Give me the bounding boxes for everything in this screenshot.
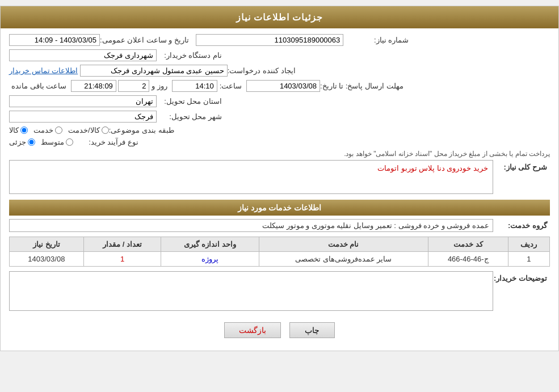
table-head: ردیف کد خدمت نام خدمت واحد اندازه گیری ت… bbox=[10, 237, 550, 252]
need-number-row: شماره نیاز: تاریخ و ساعت اعلان عمومی: bbox=[9, 34, 550, 46]
comments-label: توضیحات خریدار: bbox=[493, 271, 550, 283]
category-kala-label: کالا bbox=[9, 126, 19, 134]
creator-row: ایجاد کننده درخواست: اطلاعات تماس خریدار bbox=[9, 65, 550, 77]
deadline-remaining-label: ساعت باقی مانده bbox=[9, 82, 69, 90]
deadline-days-label: روز و bbox=[149, 82, 170, 90]
cell-date: 1403/03/08 bbox=[10, 252, 84, 267]
page-header: جزئیات اطلاعات نیاز bbox=[1, 6, 558, 28]
process-mottavaset-option[interactable]: متوسط bbox=[41, 138, 73, 146]
cell-unit: پروژه bbox=[161, 252, 259, 267]
col-date: تاریخ نیاز bbox=[10, 237, 84, 252]
province-label: استان محل تحویل: bbox=[157, 97, 225, 106]
deadline-label: مهلت ارسال پاسخ: تا تاریخ: bbox=[320, 82, 406, 90]
col-name: نام خدمت bbox=[259, 237, 428, 252]
table-body: 1 ج-46-46-466 سایر عمده‌فروشی‌های تخصصی … bbox=[10, 252, 550, 267]
print-button[interactable]: چاپ bbox=[289, 322, 335, 338]
process-row: نوع فرآیند خرید: متوسط جزئی bbox=[9, 138, 550, 146]
button-row: چاپ بازگشت bbox=[9, 315, 550, 345]
buyer-org-label: نام دستگاه خریدار: bbox=[157, 51, 225, 60]
process-mottavaset-radio[interactable] bbox=[66, 138, 73, 146]
description-value: خرید خودروی دنا پلاس توربو اتومات bbox=[377, 164, 488, 172]
category-kala-khadamat-radio[interactable] bbox=[102, 127, 109, 134]
comments-row: توضیحات خریدار: bbox=[9, 271, 550, 311]
description-label: شرح کلی نیاز: bbox=[493, 160, 550, 171]
page-wrapper: جزئیات اطلاعات نیاز شماره نیاز: تاریخ و … bbox=[0, 6, 559, 351]
service-group-value: عمده فروشی و خرده فروشی : تعمیر وسایل نق… bbox=[9, 219, 493, 232]
cell-code: ج-46-46-466 bbox=[428, 252, 508, 267]
service-section-title: اطلاعات خدمات مورد نیاز bbox=[9, 200, 550, 216]
services-table: ردیف کد خدمت نام خدمت واحد اندازه گیری ت… bbox=[9, 237, 550, 267]
col-code: کد خدمت bbox=[428, 237, 508, 252]
description-row: شرح کلی نیاز: خرید خودروی دنا پلاس توربو… bbox=[9, 160, 550, 194]
province-input[interactable] bbox=[9, 95, 157, 107]
back-button[interactable]: بازگشت bbox=[224, 322, 281, 338]
process-note: پرداخت تمام یا بخشی از مبلغ خریداز محل "… bbox=[9, 150, 550, 158]
process-label: نوع فرآیند خرید: bbox=[73, 138, 141, 146]
col-row: ردیف bbox=[508, 237, 549, 252]
category-khadamat-label: خدمت bbox=[33, 126, 53, 134]
category-row: طبقه بندی موضوعی: کالا/خدمت خدمت کالا bbox=[9, 126, 550, 134]
city-row: شهر محل تحویل: bbox=[9, 111, 550, 123]
category-khadamat-option[interactable]: خدمت bbox=[33, 126, 62, 134]
category-kala-khadamat-label: کالا/خدمت bbox=[68, 126, 100, 134]
process-jozi-label: جزئی bbox=[9, 138, 26, 146]
city-input[interactable] bbox=[9, 111, 157, 123]
creator-link[interactable]: اطلاعات تماس خریدار bbox=[9, 66, 78, 75]
service-group-label: گروه خدمت: bbox=[493, 221, 550, 230]
comments-box[interactable] bbox=[9, 271, 493, 311]
cell-name: سایر عمده‌فروشی‌های تخصصی bbox=[259, 252, 428, 267]
category-kala-khadamat-option[interactable]: کالا/خدمت bbox=[68, 126, 109, 134]
col-qty: تعداد / مقدار bbox=[83, 237, 161, 252]
col-unit: واحد اندازه گیری bbox=[161, 237, 259, 252]
category-khadamat-radio[interactable] bbox=[55, 127, 62, 134]
buyer-org-row: نام دستگاه خریدار: bbox=[9, 49, 550, 61]
city-label: شهر محل تحویل: bbox=[157, 112, 225, 121]
deadline-days-input[interactable] bbox=[118, 80, 149, 92]
need-number-input[interactable] bbox=[196, 34, 343, 46]
announce-date-label: تاریخ و ساعت اعلان عمومی: bbox=[100, 36, 192, 44]
category-radio-group: کالا/خدمت خدمت کالا bbox=[9, 126, 109, 134]
deadline-time-input[interactable] bbox=[172, 80, 217, 92]
table-header-row: ردیف کد خدمت نام خدمت واحد اندازه گیری ت… bbox=[10, 237, 550, 252]
service-group-row: گروه خدمت: عمده فروشی و خرده فروشی : تعم… bbox=[9, 219, 550, 232]
process-jozi-radio[interactable] bbox=[28, 138, 35, 146]
table-row: 1 ج-46-46-466 سایر عمده‌فروشی‌های تخصصی … bbox=[10, 252, 550, 267]
process-jozi-option[interactable]: جزئی bbox=[9, 138, 35, 146]
creator-input[interactable] bbox=[80, 65, 228, 77]
buyer-org-input[interactable] bbox=[9, 49, 157, 61]
deadline-row: مهلت ارسال پاسخ: تا تاریخ: ساعت: روز و س… bbox=[9, 80, 550, 92]
cell-qty: 1 bbox=[83, 252, 161, 267]
province-row: استان محل تحویل: bbox=[9, 95, 550, 107]
category-label: طبقه بندی موضوعی: bbox=[109, 126, 177, 134]
category-kala-radio[interactable] bbox=[20, 127, 28, 134]
deadline-remaining-input[interactable] bbox=[71, 80, 116, 92]
page-title: جزئیات اطلاعات نیاز bbox=[236, 12, 323, 22]
description-box: خرید خودروی دنا پلاس توربو اتومات bbox=[9, 160, 493, 194]
process-mottavaset-label: متوسط bbox=[41, 138, 64, 146]
announce-date-input[interactable] bbox=[9, 34, 100, 46]
deadline-time-label: ساعت: bbox=[217, 82, 245, 90]
need-number-label: شماره نیاز: bbox=[343, 36, 411, 44]
category-kala-option[interactable]: کالا bbox=[9, 126, 28, 134]
content-area: شماره نیاز: تاریخ و ساعت اعلان عمومی: نا… bbox=[1, 28, 558, 351]
cell-row: 1 bbox=[508, 252, 549, 267]
deadline-date-input[interactable] bbox=[246, 80, 320, 92]
process-radio-group: متوسط جزئی bbox=[9, 138, 73, 146]
creator-label: ایجاد کننده درخواست: bbox=[228, 66, 299, 75]
